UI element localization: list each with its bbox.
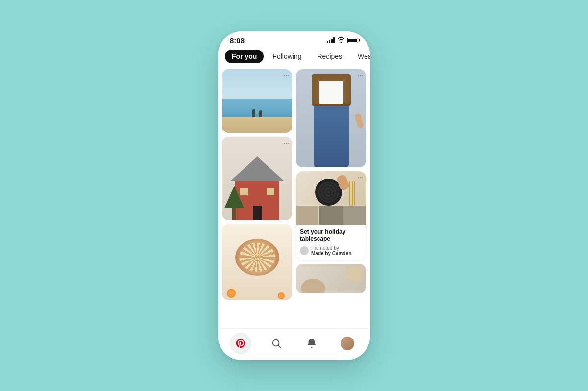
beach-image [222, 69, 292, 133]
tablescape-more-icon[interactable]: ··· [357, 173, 363, 181]
fashion-image [296, 69, 366, 167]
house-more-icon[interactable]: ··· [283, 139, 289, 147]
tab-wear[interactable]: Wear [351, 50, 370, 63]
left-column: ··· [222, 69, 292, 300]
promoted-by-section: Promoted by Made by Camden [300, 245, 362, 256]
pie-image [222, 224, 292, 300]
status-icons [327, 37, 359, 44]
profile-avatar [341, 337, 354, 350]
status-time: 8:08 [230, 36, 245, 45]
pinterest-icon [235, 338, 246, 349]
nav-search[interactable] [266, 333, 287, 354]
bell-icon [306, 338, 317, 349]
nav-profile[interactable] [337, 333, 358, 354]
promoted-brand: Made by Camden [311, 251, 351, 256]
beach-more-icon[interactable]: ··· [283, 71, 289, 79]
phone-shell: 8:08 For you Following Recipes [218, 31, 370, 360]
last-partial-pin[interactable] [296, 264, 366, 293]
tab-following[interactable]: Following [266, 50, 308, 63]
nav-home[interactable] [230, 333, 251, 354]
tablescape-pin[interactable]: Set your holiday tablescape Promoted by … [296, 171, 366, 260]
right-column: ··· [296, 69, 366, 300]
pie-pin[interactable] [222, 224, 292, 300]
fashion-pin[interactable]: ··· [296, 69, 366, 167]
promoted-label: Promoted by [311, 245, 351, 251]
promoted-avatar [300, 246, 309, 255]
fashion-more-icon[interactable]: ··· [357, 71, 363, 79]
wifi-icon [337, 37, 345, 44]
beach-pin[interactable]: ··· [222, 69, 292, 133]
svg-line-1 [278, 345, 280, 347]
search-icon [271, 338, 282, 349]
nav-notifications[interactable] [301, 333, 322, 354]
tab-for-you[interactable]: For you [225, 50, 264, 63]
tab-bar: For you Following Recipes Wear [218, 47, 370, 66]
status-bar: 8:08 [218, 31, 370, 47]
battery-icon [347, 38, 358, 43]
bottom-nav [218, 328, 370, 360]
house-image [222, 137, 292, 220]
content-area[interactable]: ··· [218, 66, 370, 328]
house-pin[interactable]: ··· [222, 137, 292, 220]
promoted-title: Set your holiday tablescape [300, 228, 362, 243]
signal-icon [327, 37, 335, 43]
tab-recipes[interactable]: Recipes [310, 50, 349, 63]
masonry-grid: ··· [222, 69, 366, 300]
promoted-info: Set your holiday tablescape Promoted by … [296, 225, 366, 260]
